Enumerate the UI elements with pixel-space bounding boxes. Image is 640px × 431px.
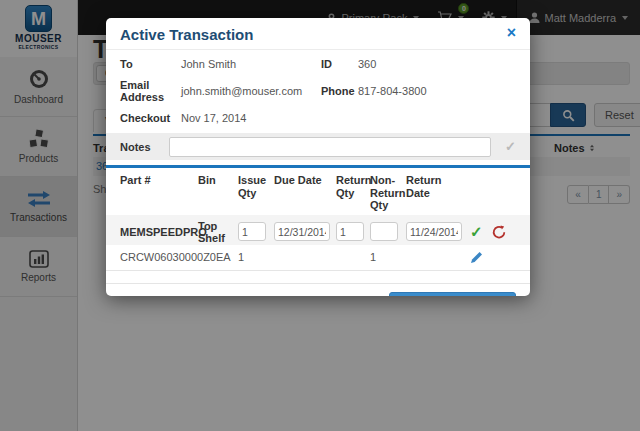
col-part: Part # <box>120 174 198 187</box>
issue-qty-input[interactable] <box>238 222 266 241</box>
checkout-value: Nov 17, 2014 <box>181 112 321 124</box>
undo-icon[interactable] <box>492 225 506 239</box>
id-label: ID <box>321 58 358 70</box>
email-value: john.smith@mouser.com <box>181 85 321 97</box>
transaction-info: To John Smith ID 360 Email Address john.… <box>120 58 516 124</box>
due-date-input[interactable] <box>274 222 330 241</box>
issue-qty-value: 1 <box>238 251 274 263</box>
modal-spacer <box>106 271 530 283</box>
notes-input[interactable] <box>169 137 492 157</box>
email-label: Email Address <box>120 79 181 103</box>
non-return-qty-value: 1 <box>370 251 406 263</box>
to-value: John Smith <box>181 58 321 70</box>
modal-footer: Complete Transaction <box>106 283 530 296</box>
complete-transaction-button[interactable]: Complete Transaction <box>389 292 516 296</box>
notes-label: Notes <box>120 141 151 153</box>
col-non-return-qty: Non-Return Qty <box>370 174 406 212</box>
notes-save-check-icon[interactable]: ✓ <box>505 139 516 154</box>
phone-value: 817-804-3800 <box>358 85 516 97</box>
part-number: CRCW06030000Z0EA <box>120 251 198 263</box>
col-bin: Bin <box>198 174 238 187</box>
parts-table-header: Part # Bin Issue Qty Due Date Return Qty… <box>106 168 530 215</box>
checkout-label: Checkout <box>120 112 181 124</box>
edit-pencil-icon[interactable] <box>470 251 483 264</box>
active-transaction-modal: × Active Transaction To John Smith ID 36… <box>106 18 530 296</box>
modal-title: Active Transaction <box>120 26 253 43</box>
close-icon[interactable]: × <box>507 26 516 40</box>
modal-header: × Active Transaction <box>106 18 530 50</box>
to-label: To <box>120 58 181 70</box>
table-row: CRCW06030000Z0EA 1 1 <box>106 245 530 271</box>
non-return-qty-input[interactable] <box>370 222 398 241</box>
col-issue-qty: Issue Qty <box>238 174 274 199</box>
col-return-date: Return Date <box>406 174 464 199</box>
bin-value: Top Shelf <box>198 220 238 244</box>
id-value: 360 <box>358 58 516 70</box>
phone-label: Phone <box>321 85 358 97</box>
return-date-input[interactable] <box>406 222 462 241</box>
return-qty-input[interactable] <box>336 222 364 241</box>
col-due-date: Due Date <box>274 174 336 187</box>
table-row: MEMSPEEDPRO Top Shelf ✓ <box>106 215 530 245</box>
part-number: MEMSPEEDPRO <box>120 226 198 238</box>
confirm-check-icon[interactable]: ✓ <box>470 225 483 239</box>
notes-strip: Notes ✓ <box>106 133 530 160</box>
col-return-qty: Return Qty <box>336 174 370 199</box>
